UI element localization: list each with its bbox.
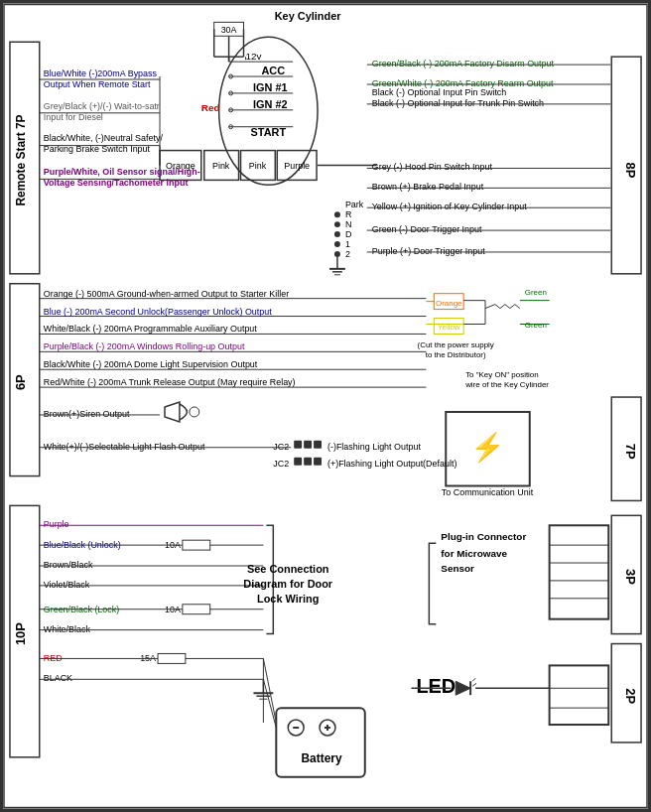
- svg-text:Orange (-) 500mA Ground-when-a: Orange (-) 500mA Ground-when-armed Outpu…: [44, 289, 289, 299]
- svg-rect-124: [314, 458, 322, 466]
- svg-text:JC2: JC2: [273, 459, 289, 469]
- svg-text:Pink: Pink: [249, 161, 267, 171]
- key-cylinder-label: Key Cylinder: [275, 10, 342, 22]
- svg-text:(-)Flashing Light Output: (-)Flashing Light Output: [327, 442, 421, 452]
- svg-text:Parking Brake Switch Input: Parking Brake Switch Input: [44, 144, 151, 154]
- svg-rect-122: [294, 458, 302, 466]
- svg-text:12v: 12v: [245, 51, 261, 62]
- svg-text:N: N: [345, 219, 351, 229]
- svg-point-37: [334, 241, 340, 247]
- svg-text:Purple: Purple: [284, 161, 310, 171]
- svg-text:⚡: ⚡: [470, 431, 505, 464]
- svg-text:for Microwave: for Microwave: [441, 548, 507, 559]
- svg-text:Output When Remote Start: Output When Remote Start: [44, 79, 151, 89]
- svg-text:Battery: Battery: [302, 751, 342, 765]
- svg-text:LED: LED: [416, 675, 456, 697]
- svg-text:White(+)/(-)Selectable Light F: White(+)/(-)Selectable Light Flash Outpu…: [44, 442, 205, 452]
- svg-text:Green: Green: [525, 288, 547, 297]
- svg-text:Remote Start 7P: Remote Start 7P: [14, 114, 28, 205]
- svg-text:Purple/White, Oil Sensor signa: Purple/White, Oil Sensor signal/High-: [44, 167, 200, 177]
- svg-text:ACC: ACC: [261, 65, 285, 76]
- svg-text:BLACK: BLACK: [44, 673, 72, 683]
- svg-text:To "Key ON" position: To "Key ON" position: [465, 370, 539, 379]
- svg-text:IGN #1: IGN #1: [253, 81, 288, 93]
- svg-text:Purple: Purple: [44, 519, 69, 529]
- svg-text:Grey/Black (+)/(-) Wait-to-sat: Grey/Black (+)/(-) Wait-to-satr: [44, 101, 160, 111]
- svg-text:30A: 30A: [221, 25, 237, 35]
- svg-text:Green (-) Door Trigger Input: Green (-) Door Trigger Input: [372, 224, 482, 234]
- svg-text:(Cut the power supply: (Cut the power supply: [418, 340, 494, 349]
- svg-text:Brown (+) Brake Pedal Input: Brown (+) Brake Pedal Input: [372, 182, 484, 192]
- svg-point-31: [334, 211, 340, 217]
- svg-text:Black/White, (-)Neutral Safety: Black/White, (-)Neutral Safety/: [44, 133, 164, 143]
- svg-text:to the Distributor): to the Distributor): [426, 350, 486, 359]
- svg-text:START: START: [251, 126, 287, 138]
- svg-text:6P: 6P: [13, 374, 28, 390]
- svg-text:Purple/Black (-) 200mA Windows: Purple/Black (-) 200mA Windows Rolling-u…: [44, 341, 245, 351]
- svg-text:Green: Green: [525, 321, 547, 330]
- svg-text:Grey (-) Hood Pin Switch Input: Grey (-) Hood Pin Switch Input: [372, 162, 493, 172]
- svg-text:Black (-) Optional Input Pin S: Black (-) Optional Input Pin Switch: [372, 87, 507, 97]
- svg-text:Black/White (-) 200mA Dome Lig: Black/White (-) 200mA Dome Light Supervi…: [44, 359, 258, 369]
- svg-text:Lock Wiring: Lock Wiring: [257, 593, 319, 605]
- svg-text:Sensor: Sensor: [441, 563, 474, 574]
- svg-text:Pink: Pink: [212, 161, 230, 171]
- svg-text:wire of the Key Cylinder: wire of the Key Cylinder: [464, 380, 549, 389]
- svg-rect-123: [304, 458, 312, 466]
- svg-point-35: [334, 231, 340, 237]
- svg-rect-116: [294, 441, 302, 449]
- svg-text:Blue (-) 200mA Second Unlock(P: Blue (-) 200mA Second Unlock(Passenger U…: [44, 307, 273, 317]
- svg-text:10P: 10P: [13, 622, 28, 645]
- svg-point-33: [334, 221, 340, 227]
- svg-text:R: R: [345, 209, 352, 219]
- svg-text:Diagram for Door: Diagram for Door: [243, 578, 333, 590]
- svg-text:3P: 3P: [623, 569, 638, 585]
- svg-text:Red: Red: [201, 102, 220, 113]
- svg-text:White/Black: White/Black: [44, 624, 91, 634]
- svg-point-39: [334, 251, 340, 257]
- wiring-diagram: Key Cylinder 30A 12v ACC IGN #1 IGN #2 S…: [0, 0, 651, 812]
- svg-text:White/Black (-) 200mA Programm: White/Black (-) 200mA Programmable Auxil…: [44, 324, 258, 334]
- svg-text:Green/Black (-) 200mA Factory : Green/Black (-) 200mA Factory Disarm Out…: [372, 59, 555, 68]
- svg-text:JC2: JC2: [273, 442, 289, 452]
- svg-text:Plug-in Connector: Plug-in Connector: [441, 531, 526, 542]
- svg-rect-117: [304, 441, 312, 449]
- svg-text:1: 1: [345, 239, 350, 249]
- svg-text:Orange: Orange: [436, 299, 462, 308]
- svg-text:Yellow (+) Ignition of Key Cyl: Yellow (+) Ignition of Key Cylinder Inpu…: [372, 202, 527, 211]
- svg-text:2: 2: [345, 249, 350, 259]
- svg-text:See Connection: See Connection: [247, 563, 329, 575]
- svg-text:IGN #2: IGN #2: [253, 98, 288, 110]
- svg-text:To Communication Unit: To Communication Unit: [442, 487, 534, 497]
- svg-text:(+)Flashing Light Output(Defau: (+)Flashing Light Output(Default): [327, 459, 456, 469]
- svg-text:Brown(+)Siren Output: Brown(+)Siren Output: [44, 409, 130, 419]
- svg-text:Blue/White (-)200mA Bypass: Blue/White (-)200mA Bypass: [44, 68, 158, 78]
- svg-text:8P: 8P: [623, 163, 638, 179]
- svg-text:7P: 7P: [623, 444, 638, 460]
- svg-text:Purple (+) Door Trigger Input: Purple (+) Door Trigger Input: [372, 246, 486, 256]
- svg-text:Brown/Black: Brown/Black: [44, 560, 93, 570]
- svg-text:Black (-) Optional Input for T: Black (-) Optional Input for Trunk Pin S…: [372, 98, 544, 108]
- svg-text:2P: 2P: [623, 688, 638, 704]
- svg-text:Violet/Black: Violet/Black: [44, 580, 90, 590]
- svg-text:Red/White (-) 200mA Trunk Rele: Red/White (-) 200mA Trunk Release Output…: [44, 377, 296, 387]
- svg-text:Park: Park: [345, 200, 364, 209]
- svg-rect-118: [314, 441, 322, 449]
- svg-text:D: D: [345, 229, 352, 239]
